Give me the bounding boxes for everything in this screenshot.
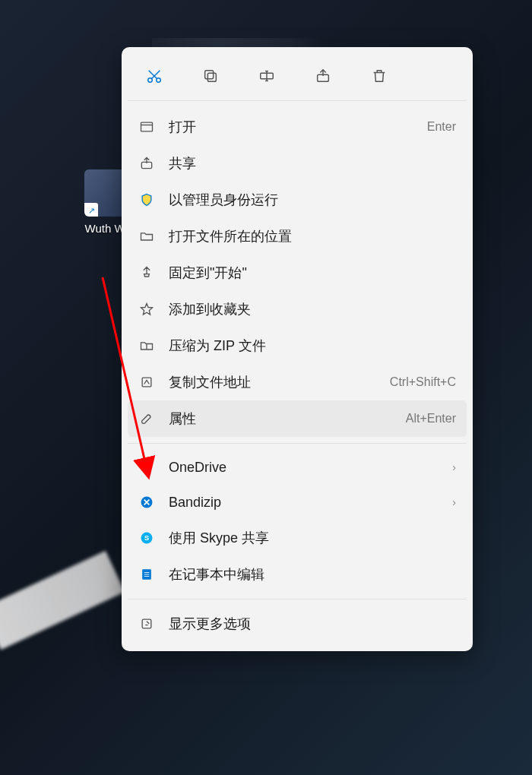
menu-item-label: 复制文件地址 xyxy=(169,373,376,391)
svg-text:S: S xyxy=(144,534,149,542)
menu-item-label: 使用 Skype 共享 xyxy=(169,529,456,547)
svg-rect-23 xyxy=(142,619,151,628)
menu-bandizip[interactable]: Bandizip › xyxy=(128,485,467,520)
menu-item-label: 在记事本中编辑 xyxy=(169,565,456,584)
skype-icon: S xyxy=(138,530,155,546)
onedrive-icon xyxy=(138,459,155,476)
more-options-icon xyxy=(138,615,155,632)
share-out-icon xyxy=(138,155,155,172)
copy-path-icon xyxy=(138,374,155,391)
svg-point-0 xyxy=(148,78,153,83)
chevron-right-icon: › xyxy=(452,496,456,508)
delete-button[interactable] xyxy=(360,61,398,91)
menu-item-label: 属性 xyxy=(169,410,392,428)
menu-item-label: Bandizip xyxy=(169,495,439,511)
star-icon xyxy=(138,301,155,318)
menu-item-label: 显示更多选项 xyxy=(169,615,456,633)
svg-rect-15 xyxy=(142,378,151,387)
menu-copy-path[interactable]: 复制文件地址 Ctrl+Shift+C xyxy=(128,364,467,400)
menu-open-location[interactable]: 打开文件所在的位置 xyxy=(128,218,467,255)
menu-add-favorites[interactable]: 添加到收藏夹 xyxy=(128,291,467,327)
cut-button[interactable] xyxy=(135,61,173,91)
wrench-icon xyxy=(138,410,155,427)
copy-button[interactable] xyxy=(192,61,230,91)
menu-item-label: 打开 xyxy=(169,118,413,136)
menu-notepad-edit[interactable]: 在记事本中编辑 xyxy=(128,556,467,593)
menu-divider xyxy=(128,443,467,444)
menu-onedrive[interactable]: OneDrive › xyxy=(128,450,467,485)
svg-point-1 xyxy=(157,78,161,83)
menu-properties[interactable]: 属性 Alt+Enter xyxy=(128,400,467,437)
folder-icon xyxy=(138,228,155,245)
rename-button[interactable] xyxy=(248,61,286,91)
share-button[interactable] xyxy=(304,61,342,91)
pin-icon xyxy=(138,264,155,281)
menu-share[interactable]: 共享 xyxy=(128,145,467,182)
context-toolbar xyxy=(128,53,467,101)
bandizip-icon xyxy=(138,494,155,511)
zip-icon xyxy=(138,337,155,354)
shield-icon xyxy=(138,191,155,208)
wallpaper-decoration xyxy=(0,551,125,650)
menu-more-options[interactable]: 显示更多选项 xyxy=(128,606,467,642)
notepad-icon xyxy=(138,566,155,583)
open-icon xyxy=(138,119,155,135)
share-icon xyxy=(315,68,331,84)
copy-icon xyxy=(202,68,219,84)
shortcut-arrow-icon: ↗ xyxy=(87,206,96,215)
chevron-right-icon: › xyxy=(452,461,456,473)
svg-rect-11 xyxy=(141,122,153,131)
rename-icon xyxy=(258,68,275,84)
menu-item-shortcut: Ctrl+Shift+C xyxy=(390,375,456,389)
menu-item-label: 以管理员身份运行 xyxy=(169,191,456,209)
menu-compress-zip[interactable]: 压缩为 ZIP 文件 xyxy=(128,327,467,364)
menu-open[interactable]: 打开 Enter xyxy=(128,109,467,145)
menu-item-label: 添加到收藏夹 xyxy=(169,300,456,318)
menu-pin-start[interactable]: 固定到"开始" xyxy=(128,255,467,291)
menu-item-label: 压缩为 ZIP 文件 xyxy=(169,337,456,355)
menu-item-shortcut: Alt+Enter xyxy=(406,412,456,425)
menu-item-label: 打开文件所在的位置 xyxy=(169,227,456,245)
menu-run-admin[interactable]: 以管理员身份运行 xyxy=(128,182,467,218)
menu-skype-share[interactable]: S 使用 Skype 共享 xyxy=(128,520,467,556)
trash-icon xyxy=(371,68,388,84)
menu-divider xyxy=(128,599,467,599)
scissors-icon xyxy=(146,68,163,84)
menu-item-label: 固定到"开始" xyxy=(169,264,456,282)
context-menu: 打开 Enter 共享 以管理员身份运行 打开文件所在的位置 固定到"开始" xyxy=(122,47,473,651)
svg-rect-5 xyxy=(205,71,214,79)
menu-item-shortcut: Enter xyxy=(427,120,456,134)
menu-item-label: OneDrive xyxy=(169,460,439,476)
svg-rect-4 xyxy=(207,73,216,81)
menu-item-label: 共享 xyxy=(169,154,456,172)
